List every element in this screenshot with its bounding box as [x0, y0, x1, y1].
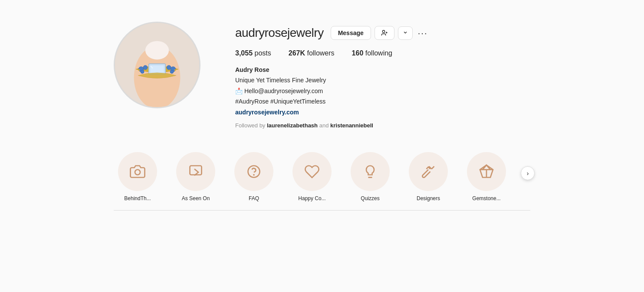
highlight-circle-happy-co [292, 152, 332, 191]
bio-hashtags: #AudryRose #UniqueYetTimeless [235, 97, 530, 106]
chevron-down-icon [403, 30, 408, 35]
person-plus-icon [381, 29, 388, 36]
highlight-item-as-seen-on[interactable]: As Seen On [172, 152, 220, 201]
follow-button[interactable] [375, 26, 394, 40]
profile-header: audryrosejewelry Message [114, 13, 530, 143]
section-divider [114, 210, 530, 211]
bio-website[interactable]: audryrosejewelry.com [235, 109, 299, 116]
highlight-circle-faq [234, 152, 273, 191]
followers-label: followers [307, 49, 334, 57]
profile-info: audryrosejewelry Message [235, 22, 530, 130]
posts-count: 3,055 [235, 49, 253, 57]
highlight-label-behindth: BehindTh... [124, 195, 151, 201]
highlights-wrapper: BehindTh...As Seen OnFAQHappy Co...Quizz… [114, 143, 530, 206]
bio-name: Audry Rose [235, 65, 530, 75]
follower-2[interactable]: kristenanniebell [330, 122, 373, 129]
chevron-button[interactable] [398, 26, 413, 40]
message-button[interactable]: Message [331, 26, 371, 40]
highlights-next-arrow[interactable]: › [521, 166, 535, 180]
svg-point-11 [138, 69, 140, 71]
highlights-section: BehindTh...As Seen OnFAQHappy Co...Quizz… [114, 143, 530, 206]
highlight-label-as-seen-on: As Seen On [182, 195, 210, 201]
avatar-image [115, 23, 199, 107]
bio-section: Audry Rose Unique Yet Timeless Fine Jewe… [235, 65, 530, 130]
svg-point-12 [174, 69, 176, 71]
followers-stat[interactable]: 267K followers [289, 49, 335, 57]
username-row: audryrosejewelry Message [235, 26, 530, 40]
svg-point-2 [145, 41, 169, 60]
email-emoji: 📩 [235, 88, 243, 94]
bio-email: 📩 Hello@audryrosejewelry.com [235, 86, 530, 96]
following-stat[interactable]: 160 following [352, 49, 392, 57]
svg-rect-4 [150, 65, 164, 73]
highlight-item-quizzes[interactable]: Quizzes [346, 152, 394, 201]
highlight-item-happy-co[interactable]: Happy Co... [288, 152, 336, 201]
following-count: 160 [352, 49, 364, 57]
highlight-circle-designers [409, 152, 448, 191]
follower-1[interactable]: laurenelizabethash [267, 122, 318, 129]
highlight-label-designers: Designers [417, 195, 440, 201]
avatar-section [114, 22, 200, 108]
highlight-label-gemstone: Gemstone... [472, 195, 500, 201]
highlight-label-quizzes: Quizzes [361, 195, 379, 201]
highlight-item-faq[interactable]: FAQ [230, 152, 278, 201]
action-buttons: Message ··· [331, 26, 430, 40]
followed-by-and: and [319, 122, 329, 129]
username: audryrosejewelry [235, 26, 324, 40]
more-options-button[interactable]: ··· [416, 28, 430, 38]
followers-count: 267K [289, 49, 305, 57]
highlight-circle-quizzes [351, 152, 390, 191]
followed-by: Followed by laurenelizabethash and krist… [235, 121, 530, 130]
svg-point-19 [248, 165, 260, 177]
email-address: Hello@audryrosejewelry.com [244, 88, 323, 94]
page-wrapper: audryrosejewelry Message [105, 0, 539, 211]
posts-stat[interactable]: 3,055 posts [235, 49, 271, 57]
svg-point-10 [170, 70, 174, 74]
posts-label: posts [255, 49, 271, 57]
svg-point-6 [143, 65, 148, 70]
stats-row: 3,055 posts 267K followers 160 following [235, 49, 530, 57]
highlight-item-behindth[interactable]: BehindTh... [114, 152, 161, 201]
following-label: following [365, 49, 392, 57]
highlight-item-designers[interactable]: Designers [404, 152, 452, 201]
svg-point-7 [167, 65, 171, 70]
highlight-circle-as-seen-on [176, 152, 215, 191]
highlight-circle-behindth [118, 152, 157, 191]
highlight-circle-gemstone [467, 152, 506, 191]
highlight-label-happy-co: Happy Co... [298, 195, 325, 201]
highlight-label-faq: FAQ [249, 195, 259, 201]
svg-point-17 [135, 169, 140, 175]
svg-point-14 [382, 30, 384, 32]
highlight-item-gemstone[interactable]: Gemstone... [463, 152, 510, 201]
bio-tagline: Unique Yet Timeless Fine Jewelry [235, 75, 530, 85]
svg-point-9 [141, 70, 144, 74]
avatar [114, 22, 200, 108]
followed-by-label: Followed by [235, 122, 265, 129]
